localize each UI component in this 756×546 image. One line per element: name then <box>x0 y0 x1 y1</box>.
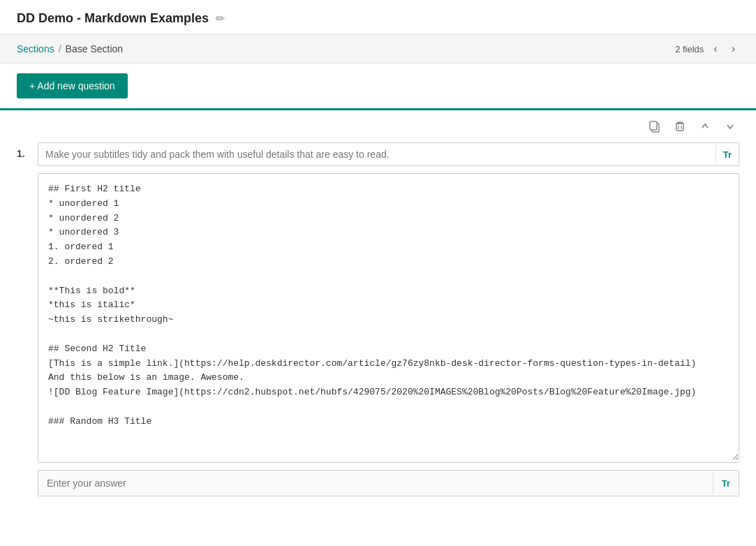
toolbar: + Add new question <box>0 64 756 108</box>
edit-icon[interactable]: ✏ <box>216 12 225 25</box>
markdown-wrap: ## First H2 title * unordered 1 * unorde… <box>38 173 739 463</box>
breadcrumb-right: 2 fields ‹ › <box>675 42 739 56</box>
question-row: 1. Tr <box>17 142 739 166</box>
fields-count: 2 fields <box>675 44 704 54</box>
breadcrumb-sections-link[interactable]: Sections <box>17 43 54 54</box>
move-up-button[interactable] <box>696 119 714 137</box>
move-down-button[interactable] <box>721 119 739 137</box>
copy-icon <box>648 120 661 133</box>
answer-input[interactable] <box>38 471 713 496</box>
text-type-icon[interactable]: Tr <box>716 145 739 164</box>
answer-type-icon[interactable]: Tr <box>713 473 739 494</box>
question-input[interactable] <box>38 143 716 165</box>
breadcrumb-current: Base Section <box>66 43 124 54</box>
answer-row: Tr <box>38 470 739 496</box>
nav-prev-button[interactable]: ‹ <box>709 42 721 56</box>
breadcrumb-bar: Sections / Base Section 2 fields ‹ › <box>0 35 756 64</box>
nav-next-button[interactable]: › <box>727 42 739 56</box>
action-icons <box>17 119 739 137</box>
copy-button[interactable] <box>646 119 664 137</box>
question-input-wrap: Tr <box>38 142 739 166</box>
arrow-down-icon <box>724 120 736 133</box>
breadcrumb: Sections / Base Section <box>17 43 123 54</box>
question-section: 1. Tr ## First H2 title * unordered 1 * … <box>0 110 756 510</box>
markdown-textarea[interactable]: ## First H2 title * unordered 1 * unorde… <box>38 174 739 460</box>
delete-button[interactable] <box>671 119 689 137</box>
breadcrumb-separator: / <box>59 43 61 54</box>
delete-icon <box>674 120 686 133</box>
svg-rect-1 <box>650 121 657 130</box>
add-question-button[interactable]: + Add new question <box>17 73 128 98</box>
arrow-up-icon <box>699 120 711 133</box>
app-header: DD Demo - Markdown Examples ✏ <box>0 0 756 35</box>
app-title: DD Demo - Markdown Examples <box>17 11 209 26</box>
svg-rect-2 <box>676 124 683 131</box>
question-number: 1. <box>17 142 31 159</box>
